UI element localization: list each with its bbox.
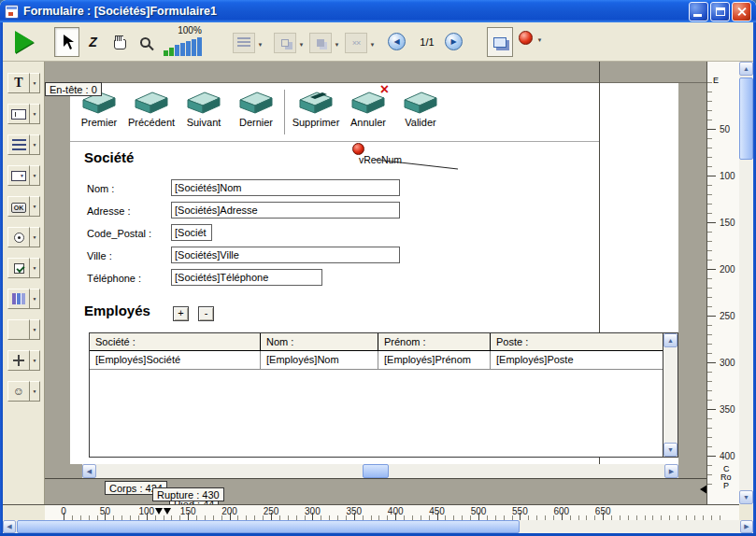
palette-button[interactable] — [7, 350, 30, 371]
palette-item-checkbox[interactable] — [7, 258, 44, 278]
palette-item-button[interactable] — [7, 196, 44, 217]
scrollbar-thumb[interactable] — [17, 520, 520, 533]
palette-button[interactable] — [7, 381, 30, 402]
palette-dropdown-arrow-icon[interactable] — [30, 381, 40, 402]
scroll-up-button[interactable] — [739, 62, 753, 76]
form-button-next[interactable]: Suivant — [178, 88, 230, 128]
header-marker-line[interactable] — [45, 82, 706, 83]
table-header-cell[interactable]: Nom : — [261, 333, 378, 350]
palette-dropdown-arrow-icon[interactable] — [30, 134, 40, 155]
field-input[interactable]: [Sociétés]Téléphone — [171, 269, 322, 286]
ruler-marker-pied[interactable]: P — [723, 482, 729, 489]
palette-dropdown-arrow-icon[interactable] — [30, 289, 40, 309]
vertical-ruler-number: 400 — [720, 451, 735, 461]
palette-item-radio[interactable] — [7, 227, 44, 247]
group-tools-dropdown[interactable] — [345, 32, 378, 54]
palette-item-crosshair[interactable] — [7, 350, 44, 371]
palette-dropdown-arrow-icon[interactable] — [30, 104, 40, 124]
hand-tool-button[interactable] — [107, 27, 132, 57]
form-button-label: Premier — [73, 117, 125, 128]
remove-row-button[interactable]: - — [198, 306, 214, 321]
scroll-down-button[interactable] — [739, 490, 753, 504]
palette-button[interactable] — [7, 134, 30, 155]
align-tools-dropdown[interactable] — [233, 32, 265, 54]
rupture-marker-tag[interactable]: Rupture : 430 — [152, 487, 224, 501]
palette-button[interactable] — [7, 104, 30, 124]
palette-button[interactable] — [7, 165, 30, 186]
close-button[interactable] — [732, 2, 751, 21]
palette-item-text[interactable] — [7, 73, 44, 93]
display-options-button[interactable] — [487, 27, 513, 57]
add-row-button[interactable]: + — [173, 306, 189, 321]
next-page-button[interactable] — [445, 33, 463, 50]
palette-dropdown-arrow-icon[interactable] — [30, 73, 40, 93]
ruler-marker-corps[interactable]: C — [723, 465, 730, 473]
scroll-up-button[interactable] — [663, 333, 678, 347]
table-scrollbar[interactable] — [663, 333, 678, 457]
ruler-marker-entete[interactable]: E — [713, 77, 719, 84]
palette-dropdown-arrow-icon[interactable] — [30, 350, 40, 371]
maximize-button[interactable] — [710, 2, 730, 21]
table-header-cell[interactable]: Société : — [90, 333, 261, 350]
field-input[interactable]: [Sociét — [171, 224, 212, 241]
palette-item-field[interactable] — [7, 104, 44, 124]
table-header-cell[interactable]: Prénom : — [378, 333, 491, 350]
palette-button[interactable] — [7, 227, 30, 247]
field-input[interactable]: [Sociétés]Ville — [171, 247, 400, 263]
header-marker-tag[interactable]: En-tête : 0 — [45, 82, 102, 96]
form-button-delete[interactable]: Supprimer — [290, 88, 342, 128]
palette-button[interactable] — [7, 289, 30, 309]
dropdown-arrow-icon — [535, 33, 545, 44]
title-bar[interactable]: Formulaire : [Sociétés]Formulaire1 — [0, 0, 756, 22]
window-vertical-scrollbar[interactable] — [739, 62, 753, 504]
palette-button[interactable] — [7, 196, 30, 217]
employes-table[interactable]: Société :Nom :Prénom :Poste : [Employés]… — [89, 332, 678, 458]
palette-dropdown-arrow-icon[interactable] — [30, 319, 40, 340]
table-header-cell[interactable]: Poste : — [491, 333, 663, 350]
scrollbar-thumb[interactable] — [363, 464, 389, 478]
scroll-right-button[interactable] — [664, 464, 678, 478]
corps-marker-line[interactable] — [45, 478, 706, 479]
palette-dropdown-arrow-icon[interactable] — [30, 227, 40, 247]
form-button-previous[interactable]: Précédent — [125, 88, 178, 128]
execute-form-button[interactable] — [8, 28, 40, 56]
palette-item-list[interactable] — [7, 134, 44, 155]
layer-tools-dropdown[interactable] — [309, 32, 342, 54]
scroll-left-button[interactable] — [82, 464, 96, 478]
distribute-tools-dropdown[interactable] — [274, 32, 307, 54]
form-button-last[interactable]: Dernier — [230, 88, 282, 128]
previous-page-button[interactable] — [388, 33, 406, 50]
palette-dropdown-arrow-icon[interactable] — [30, 258, 40, 278]
minimize-button[interactable] — [689, 2, 708, 21]
zoom-control[interactable]: 100% — [162, 25, 218, 60]
form-design-canvas[interactable]: Premier Précédent Suivant — [45, 62, 706, 504]
ruler-marker-rupture[interactable]: Ro — [720, 473, 732, 481]
palette-item-rectangle[interactable] — [7, 319, 44, 340]
palette-item-tabs[interactable] — [7, 289, 44, 309]
scroll-down-button[interactable] — [663, 443, 678, 457]
entry-order-tool-button[interactable] — [80, 27, 106, 57]
palette-button[interactable] — [7, 258, 30, 278]
form-button-validate[interactable]: Valider — [394, 88, 447, 128]
field-input[interactable]: [Sociétés]Nom — [171, 179, 400, 196]
insert-object-dropdown[interactable] — [519, 31, 545, 45]
form-horizontal-scrollbar[interactable] — [82, 464, 678, 478]
horizontal-ruler[interactable]: 050100150200250300350400450500550600650 — [45, 504, 739, 520]
scroll-right-button[interactable] — [740, 520, 753, 533]
scroll-left-button[interactable] — [3, 520, 16, 533]
form-button-label: Suivant — [178, 117, 230, 128]
window-horizontal-scrollbar[interactable] — [3, 520, 753, 533]
pointer-tool-button[interactable] — [54, 27, 79, 57]
form-button-cancel[interactable]: Annuler — [342, 88, 394, 128]
palette-dropdown-arrow-icon[interactable] — [30, 165, 40, 186]
zoom-bars-icon[interactable] — [164, 37, 218, 56]
scrollbar-thumb[interactable] — [739, 78, 753, 160]
vertical-ruler[interactable]: E C Ro P 50100150200250300350400 — [706, 62, 739, 504]
field-input[interactable]: [Sociétés]Adresse — [171, 202, 400, 219]
palette-item-object[interactable] — [7, 381, 44, 402]
palette-dropdown-arrow-icon[interactable] — [30, 196, 40, 217]
palette-button[interactable] — [7, 73, 30, 93]
palette-item-combo[interactable] — [7, 165, 44, 186]
palette-button[interactable] — [7, 319, 30, 340]
zoom-tool-button[interactable] — [133, 27, 158, 57]
